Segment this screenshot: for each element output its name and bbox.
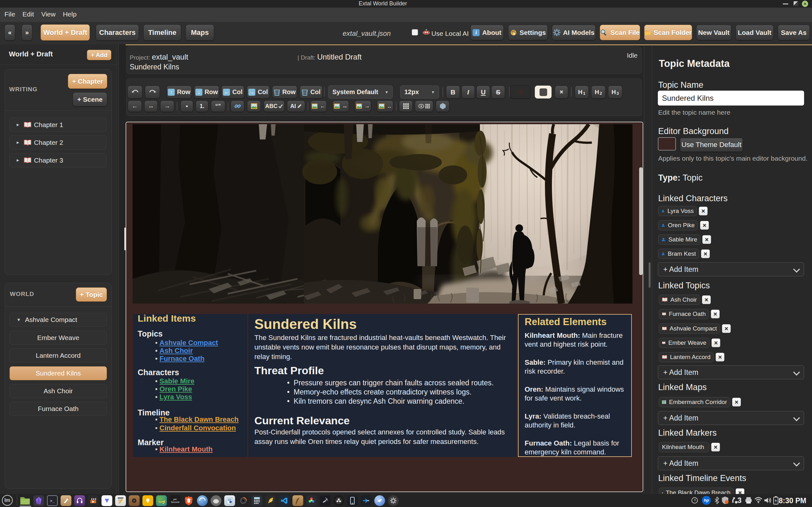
- svg-text:17: 17: [662, 493, 663, 493]
